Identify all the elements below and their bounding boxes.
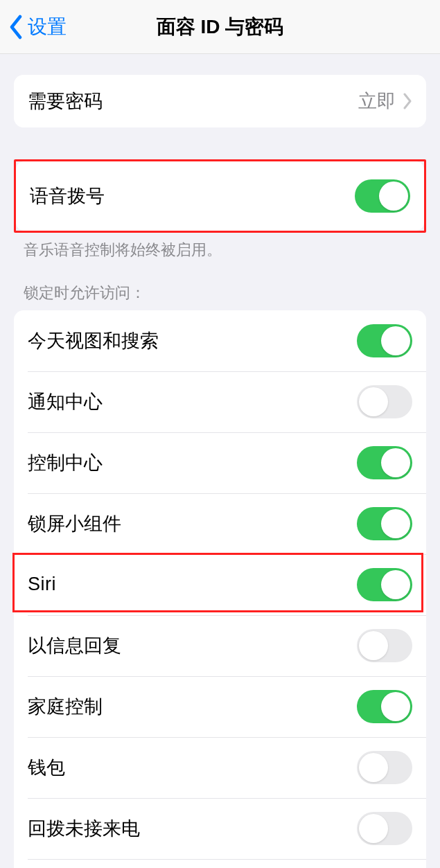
lock-access-item-label: 家庭控制 (28, 694, 357, 719)
lock-access-item-label: 通知中心 (28, 389, 357, 414)
lock-access-item-label: 以信息回复 (28, 633, 357, 658)
group-voice-dial: 语音拨号 音乐语音控制将始终被启用。 (0, 159, 440, 260)
lock-access-item-label: 锁屏小组件 (28, 511, 357, 536)
require-passcode-label: 需要密码 (28, 89, 358, 114)
settings-content: 需要密码 立即 语音拨号 音乐语音控制将始终被启用。 锁定时允许访问： 今天视图… (0, 75, 440, 868)
lock-access-item-label: 钱包 (28, 755, 357, 780)
lock-access-item-label: 今天视图和搜索 (28, 328, 357, 353)
card-require-passcode: 需要密码 立即 (14, 75, 426, 127)
back-button[interactable]: 设置 (8, 14, 67, 40)
page-title: 面容 ID 与密码 (157, 14, 284, 40)
row-lock-access-item: 控制中心 (14, 432, 426, 493)
lock-access-item-toggle[interactable] (357, 751, 412, 784)
navigation-header: 设置 面容 ID 与密码 (0, 0, 440, 54)
row-lock-access-item: 锁屏小组件 (14, 493, 426, 554)
row-voice-dial: 语音拨号 (16, 161, 424, 231)
lock-access-item-toggle[interactable] (357, 385, 412, 418)
row-lock-access-item: 回拨未接来电 (14, 798, 426, 859)
voice-dial-label: 语音拨号 (30, 184, 355, 209)
group-require-passcode: 需要密码 立即 (0, 75, 440, 127)
lock-access-item-label: 回拨未接来电 (28, 816, 357, 841)
row-lock-access-item: USB配件 (14, 859, 426, 868)
group-lock-access: 锁定时允许访问： 今天视图和搜索通知中心控制中心锁屏小组件Siri以信息回复家庭… (0, 283, 440, 868)
row-lock-access-item: 今天视图和搜索 (14, 310, 426, 371)
lock-access-item-label: 控制中心 (28, 450, 357, 475)
lock-access-item-toggle[interactable] (357, 446, 412, 479)
row-lock-access-item: Siri (14, 554, 426, 615)
card-lock-access: 今天视图和搜索通知中心控制中心锁屏小组件Siri以信息回复家庭控制钱包回拨未接来… (14, 310, 426, 868)
row-lock-access-item: 以信息回复 (14, 615, 426, 676)
row-require-passcode[interactable]: 需要密码 立即 (14, 75, 426, 127)
lock-access-item-toggle[interactable] (357, 568, 412, 601)
chevron-right-icon (403, 93, 412, 109)
row-lock-access-item: 通知中心 (14, 371, 426, 432)
lock-access-item-toggle[interactable] (357, 629, 412, 662)
chevron-left-icon (8, 15, 24, 39)
back-label: 设置 (28, 14, 67, 40)
highlight-voice-dial: 语音拨号 (14, 159, 426, 233)
row-lock-access-item: 家庭控制 (14, 676, 426, 737)
lock-access-header: 锁定时允许访问： (0, 283, 440, 310)
voice-dial-footer: 音乐语音控制将始终被启用。 (0, 233, 440, 260)
row-lock-access-item: 钱包 (14, 737, 426, 798)
lock-access-item-toggle[interactable] (357, 507, 412, 540)
card-voice-dial: 语音拨号 (16, 161, 424, 231)
voice-dial-toggle[interactable] (355, 179, 410, 213)
lock-access-item-label: Siri (28, 574, 357, 595)
lock-access-item-toggle[interactable] (357, 812, 412, 845)
lock-access-item-toggle[interactable] (357, 324, 412, 357)
require-passcode-value: 立即 (358, 89, 396, 114)
lock-access-item-toggle[interactable] (357, 690, 412, 723)
